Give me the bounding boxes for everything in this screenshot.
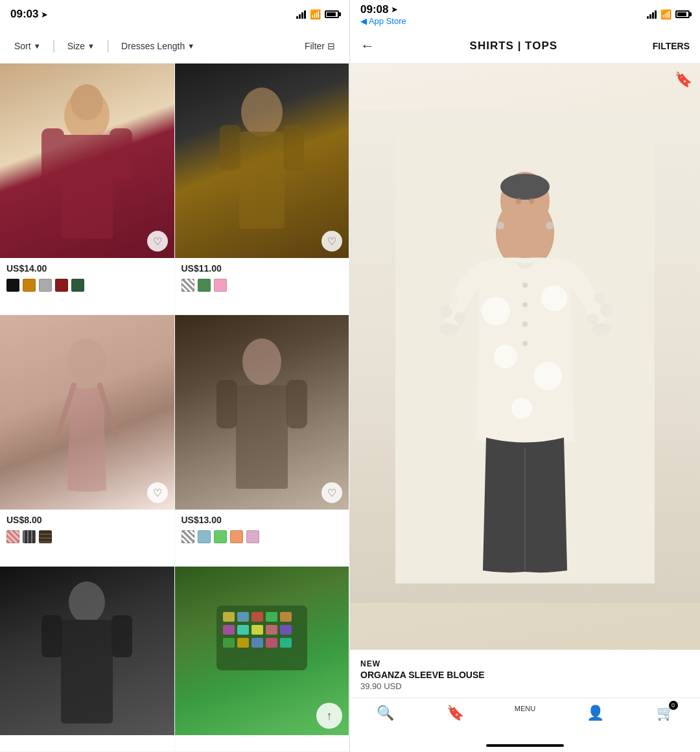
svg-rect-17 bbox=[61, 620, 113, 723]
menu-label: MENU bbox=[515, 705, 535, 712]
product-info: NEW ORGANZA SLEEVE BLOUSE 39.90 USD bbox=[350, 650, 700, 698]
svg-point-57 bbox=[522, 322, 528, 327]
page-title: SHIRTS | TOPS bbox=[470, 40, 558, 53]
svg-point-50 bbox=[482, 297, 510, 325]
svg-point-56 bbox=[522, 302, 528, 307]
svg-rect-32 bbox=[237, 638, 249, 648]
account-icon: 👤 bbox=[587, 705, 604, 722]
swatch-patterned-1[interactable] bbox=[181, 279, 194, 292]
svg-point-60 bbox=[496, 222, 504, 229]
swatch-patterned-plaid[interactable] bbox=[39, 530, 52, 543]
time-right: 09:08 bbox=[360, 3, 388, 16]
wishlist-button-3[interactable]: ♡ bbox=[147, 482, 168, 503]
swatch-peach[interactable] bbox=[230, 530, 243, 543]
product-price-2: US$11.00 bbox=[175, 258, 349, 276]
filter-button[interactable]: Filter ⊟ bbox=[298, 37, 342, 55]
dresses-length-button[interactable]: Dresses Length ▼ bbox=[115, 37, 201, 55]
swatch-patterned-floral[interactable] bbox=[6, 530, 19, 543]
svg-rect-1 bbox=[61, 135, 113, 239]
swatch-lime[interactable] bbox=[214, 530, 227, 543]
left-panel: 09:03 ➤ 📶 Sort ▼ | Size ▼ | bbox=[0, 0, 350, 752]
swatch-black[interactable] bbox=[6, 279, 19, 292]
swatch-green[interactable] bbox=[71, 279, 84, 292]
wishlist-button-1[interactable]: ♡ bbox=[147, 231, 168, 252]
filter-label: Filter bbox=[305, 41, 325, 51]
svg-rect-35 bbox=[280, 638, 292, 648]
product-price-4: US$13.00 bbox=[175, 510, 349, 528]
svg-rect-18 bbox=[41, 615, 62, 657]
svg-point-42 bbox=[439, 323, 458, 336]
svg-rect-28 bbox=[251, 625, 263, 635]
swatch-blue[interactable] bbox=[198, 530, 211, 543]
back-button[interactable]: ← bbox=[360, 38, 375, 54]
svg-point-41 bbox=[529, 198, 534, 204]
swatch-patterned-4[interactable] bbox=[181, 530, 194, 543]
products-grid: ♡ US$14.00 ♡ US$11.00 bbox=[0, 64, 349, 752]
filter-bar: Sort ▼ | Size ▼ | Dresses Length ▼ Filte… bbox=[0, 29, 349, 64]
swatch-red[interactable] bbox=[55, 279, 68, 292]
nav-item-search[interactable]: 🔍 bbox=[350, 705, 420, 722]
svg-rect-22 bbox=[237, 612, 249, 622]
product-card-2[interactable]: ♡ US$11.00 bbox=[175, 64, 350, 315]
product-card-3[interactable]: ♡ US$8.00 bbox=[0, 315, 175, 567]
bookmark-detail-button[interactable]: 🔖 bbox=[675, 71, 692, 88]
wishlist-button-4[interactable]: ♡ bbox=[321, 482, 342, 503]
size-button[interactable]: Size ▼ bbox=[61, 37, 101, 55]
location-arrow-right: ➤ bbox=[391, 5, 398, 14]
sort-button[interactable]: Sort ▼ bbox=[8, 37, 47, 55]
product-card-1[interactable]: ♡ US$14.00 bbox=[0, 64, 175, 315]
filters-button[interactable]: FILTERS bbox=[653, 41, 690, 51]
swatch-orange[interactable] bbox=[23, 279, 36, 292]
product-badge: NEW bbox=[360, 659, 690, 668]
wifi-icon-right: 📶 bbox=[660, 9, 671, 19]
dresses-chevron: ▼ bbox=[187, 42, 194, 50]
svg-point-9 bbox=[67, 338, 106, 385]
search-icon: 🔍 bbox=[377, 705, 394, 722]
size-label: Size bbox=[67, 41, 85, 51]
status-icons-right: 📶 bbox=[647, 9, 690, 19]
svg-point-47 bbox=[594, 293, 605, 303]
nav-item-cart[interactable]: 🛒 0 bbox=[630, 705, 700, 722]
swatch-patterned-geo[interactable] bbox=[23, 530, 36, 543]
product-card-5[interactable] bbox=[0, 567, 175, 752]
svg-point-49 bbox=[587, 313, 599, 325]
svg-rect-2 bbox=[41, 128, 64, 180]
right-panel: 09:08 ➤ ◀ App Store 📶 ← SHIRTS | TOPS FI… bbox=[350, 0, 700, 752]
divider-2: | bbox=[106, 38, 110, 53]
filter-icon: ⊟ bbox=[327, 41, 335, 51]
product-card-6[interactable]: ↑ bbox=[175, 567, 350, 752]
nav-item-bookmark[interactable]: 🔖 bbox=[420, 705, 490, 722]
svg-point-54 bbox=[511, 398, 532, 419]
product-image-1: ♡ bbox=[0, 64, 174, 258]
svg-point-40 bbox=[516, 198, 521, 204]
nav-item-menu[interactable]: MENU bbox=[490, 705, 560, 712]
svg-rect-33 bbox=[251, 638, 263, 648]
product-price-1: US$14.00 bbox=[0, 258, 174, 276]
product-image-4: ♡ bbox=[175, 315, 349, 510]
app-store-back[interactable]: ◀ App Store bbox=[360, 16, 406, 26]
product-image-6: ↑ bbox=[175, 567, 349, 735]
swatch-mauve[interactable] bbox=[246, 530, 259, 543]
svg-rect-34 bbox=[266, 638, 277, 648]
swatch-gray[interactable] bbox=[39, 279, 52, 292]
swatch-pink[interactable] bbox=[214, 279, 227, 292]
divider-1: | bbox=[52, 38, 56, 53]
product-price-3: US$8.00 bbox=[0, 510, 174, 528]
svg-point-52 bbox=[494, 345, 517, 368]
color-swatches-1 bbox=[0, 276, 174, 298]
product-detail-image: 🔖 bbox=[350, 64, 700, 650]
product-card-4[interactable]: ♡ US$13.00 bbox=[175, 315, 350, 567]
svg-point-51 bbox=[541, 285, 567, 311]
svg-point-53 bbox=[533, 362, 562, 390]
svg-rect-27 bbox=[237, 625, 249, 635]
swatch-green2[interactable] bbox=[198, 279, 211, 292]
nav-item-account[interactable]: 👤 bbox=[560, 705, 630, 722]
svg-point-43 bbox=[592, 323, 611, 336]
upload-button[interactable]: ↑ bbox=[316, 703, 342, 729]
svg-rect-30 bbox=[280, 625, 292, 635]
status-bar-left: 09:03 ➤ 📶 bbox=[0, 0, 349, 29]
svg-point-4 bbox=[71, 84, 103, 121]
wishlist-button-2[interactable]: ♡ bbox=[321, 231, 342, 252]
shirt-background bbox=[350, 110, 700, 603]
wifi-icon: 📶 bbox=[310, 9, 321, 19]
